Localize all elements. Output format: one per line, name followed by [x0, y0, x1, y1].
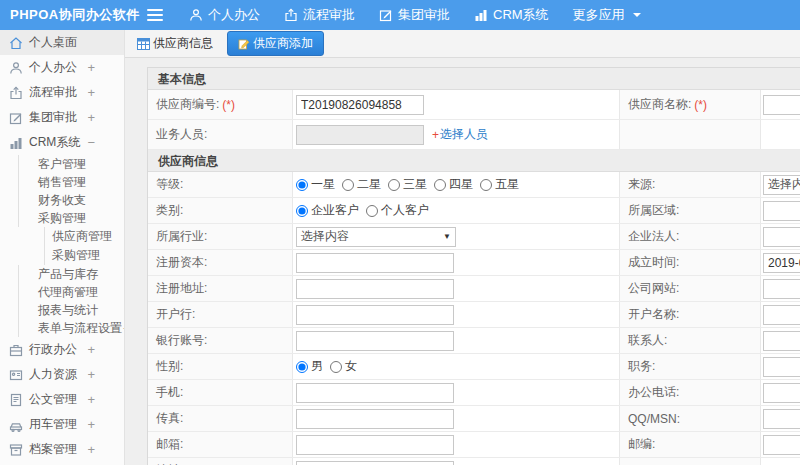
bank-label: 开户行: — [148, 302, 293, 327]
fax-field — [293, 406, 620, 431]
office-phone-input[interactable] — [763, 383, 800, 403]
topnav-process-approval[interactable]: 流程审批 — [284, 6, 355, 24]
company-website-input[interactable] — [763, 279, 800, 299]
expand-plus-icon[interactable]: + — [76, 268, 84, 281]
fax-input[interactable] — [296, 409, 454, 429]
field-label: 供应商名称: — [628, 96, 691, 113]
sidebar-item-procurement-mgmt[interactable]: 采购管理 — [44, 246, 124, 265]
hamburger-menu-icon[interactable] — [147, 8, 163, 22]
level-option[interactable]: 一星 — [296, 176, 335, 193]
expand-plus-icon[interactable]: + — [123, 322, 125, 335]
tab-supplier-add[interactable]: 供应商添加 — [227, 31, 324, 56]
select-person-link[interactable]: 选择人员 — [440, 126, 488, 143]
sidebar-item-personal-office[interactable]: 个人办公+ — [0, 55, 124, 80]
topnav-group-approval[interactable]: 集团审批 — [379, 6, 450, 24]
level-radio[interactable] — [388, 179, 400, 191]
edit-icon — [9, 111, 23, 125]
expand-plus-icon[interactable]: + — [87, 86, 95, 99]
expand-plus-icon[interactable]: + — [76, 158, 84, 171]
source-field: 选择内容▼ — [761, 172, 800, 197]
sidebar-item-archive-mgmt[interactable]: 档案管理+ — [0, 437, 124, 462]
registered-capital-input[interactable] — [296, 253, 454, 273]
category-radio[interactable] — [296, 205, 308, 217]
account-name-input[interactable] — [763, 305, 800, 325]
industry-select[interactable]: 选择内容▼ — [296, 227, 456, 247]
sidebar-item-document-mgmt[interactable]: 公文管理+ — [0, 387, 124, 412]
job-title-input[interactable] — [763, 357, 800, 377]
sidebar-item-crm-system[interactable]: CRM系统− — [0, 130, 124, 155]
level-option[interactable]: 五星 — [480, 176, 519, 193]
field-label: 供应商编号: — [156, 96, 219, 113]
level-option[interactable]: 三星 — [388, 176, 427, 193]
topnav-crm-system[interactable]: CRM系统 — [474, 6, 549, 24]
sidebar-item-group-approval[interactable]: 集团审批+ — [0, 105, 124, 130]
sidebar-item-admin-office[interactable]: 行政办公+ — [0, 337, 124, 362]
gender-radio[interactable] — [296, 361, 308, 373]
car-icon — [9, 418, 23, 432]
expand-plus-icon[interactable]: + — [76, 286, 84, 299]
zipcode-input[interactable] — [763, 435, 800, 455]
qq-msn-input[interactable] — [763, 409, 800, 429]
email-input[interactable] — [296, 435, 454, 455]
collapse-minus-icon[interactable]: − — [87, 136, 95, 149]
topnav-more-apps[interactable]: 更多应用 — [573, 6, 642, 24]
supplier-name-input[interactable] — [763, 95, 800, 115]
level-radio[interactable] — [434, 179, 446, 191]
sidebar-item-agent-mgmt[interactable]: 代理商管理+ — [18, 283, 124, 301]
user-icon — [9, 61, 23, 75]
gender-option[interactable]: 女 — [330, 358, 357, 375]
source-select[interactable]: 选择内容▼ — [763, 175, 800, 195]
tab-supplier-info[interactable]: 供应商信息 — [133, 32, 217, 55]
registered-address-input[interactable] — [296, 279, 454, 299]
region-input[interactable] — [763, 201, 800, 221]
radio-label: 女 — [345, 358, 357, 375]
sidebar-item-vehicle-mgmt[interactable]: 用车管理+ — [0, 412, 124, 437]
category-radio[interactable] — [366, 205, 378, 217]
expand-plus-icon[interactable]: + — [87, 368, 95, 381]
level-radio[interactable] — [342, 179, 354, 191]
bank-input[interactable] — [296, 305, 454, 325]
form-row: 邮箱:邮编: — [148, 432, 800, 458]
sidebar-item-customer-mgmt[interactable]: 客户管理+ — [18, 155, 124, 173]
gender-radio[interactable] — [330, 361, 342, 373]
category-option[interactable]: 企业客户 — [296, 202, 359, 219]
sidebar-item-personal-desktop[interactable]: 个人桌面 — [0, 30, 124, 55]
sidebar-item-purchase-mgmt[interactable]: 采购管理− — [18, 209, 124, 227]
sidebar-item-sales-mgmt[interactable]: 销售管理+ — [18, 173, 124, 191]
category-option[interactable]: 个人客户 — [366, 202, 429, 219]
level-radio[interactable] — [480, 179, 492, 191]
sidebar-item-product-stock[interactable]: 产品与库存+ — [18, 265, 124, 283]
collapse-minus-icon[interactable]: − — [76, 212, 84, 225]
address-input[interactable] — [296, 461, 454, 465]
contact-person-input[interactable] — [763, 331, 800, 351]
expand-plus-icon[interactable]: + — [87, 111, 95, 124]
legal-person-input[interactable] — [763, 227, 800, 247]
level-radio[interactable] — [296, 179, 308, 191]
business-person-input[interactable] — [296, 125, 424, 145]
topnav-personal-office[interactable]: 个人办公 — [189, 6, 260, 24]
radio-label: 一星 — [311, 176, 335, 193]
expand-plus-icon[interactable]: + — [76, 176, 84, 189]
expand-plus-icon[interactable]: + — [76, 194, 84, 207]
expand-plus-icon[interactable]: + — [87, 393, 95, 406]
sidebar-item-report-stats[interactable]: 报表与统计 — [18, 301, 124, 319]
field-label: 邮编: — [628, 436, 655, 453]
sidebar-item-process-approval[interactable]: 流程审批+ — [0, 80, 124, 105]
level-option[interactable]: 二星 — [342, 176, 381, 193]
sidebar-item-supplier-mgmt[interactable]: 供应商管理 — [44, 227, 124, 246]
founded-date-input[interactable] — [763, 253, 800, 273]
sidebar-item-form-flow-settings[interactable]: 表单与流程设置+ — [18, 319, 124, 337]
supplier-code-label: 供应商编号:(*) — [148, 90, 293, 119]
sidebar-item-finance-io[interactable]: 财务收支+ — [18, 191, 124, 209]
expand-plus-icon[interactable]: + — [87, 443, 95, 456]
level-option[interactable]: 四星 — [434, 176, 473, 193]
expand-plus-icon[interactable]: + — [87, 343, 95, 356]
expand-plus-icon[interactable]: + — [87, 61, 95, 74]
radio-label: 个人客户 — [381, 202, 429, 219]
sidebar-item-human-resources[interactable]: 人力资源+ — [0, 362, 124, 387]
supplier-code-input[interactable] — [296, 95, 424, 115]
gender-option[interactable]: 男 — [296, 358, 323, 375]
mobile-input[interactable] — [296, 383, 454, 403]
expand-plus-icon[interactable]: + — [87, 418, 95, 431]
bank-account-input[interactable] — [296, 331, 454, 351]
